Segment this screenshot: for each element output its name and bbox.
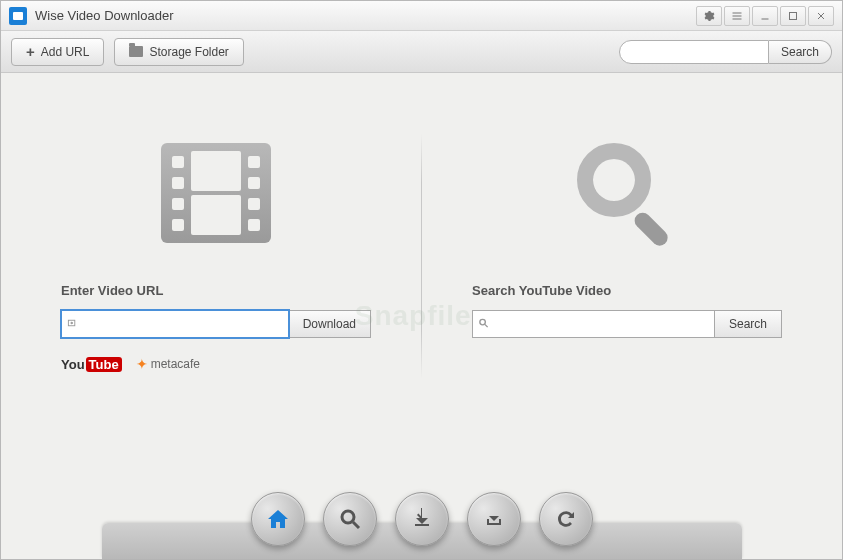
svg-line-12 — [485, 324, 488, 327]
url-panel-heading: Enter Video URL — [61, 283, 163, 298]
svg-rect-19 — [499, 519, 501, 525]
dock-search-button[interactable] — [323, 492, 377, 546]
app-icon — [9, 7, 27, 25]
video-icon — [67, 318, 78, 331]
providers: YouTube ✦ metacafe — [61, 356, 200, 372]
app-title: Wise Video Downloader — [35, 8, 696, 23]
magnifier-icon — [567, 133, 687, 253]
svg-marker-16 — [489, 516, 499, 521]
search-input-row: Search — [472, 310, 782, 338]
add-url-button[interactable]: + Add URL — [11, 38, 104, 66]
svg-rect-18 — [487, 519, 489, 525]
storage-folder-button[interactable]: Storage Folder — [114, 38, 243, 66]
dock — [102, 479, 742, 559]
search-icon — [478, 318, 489, 331]
add-url-label: Add URL — [41, 45, 90, 59]
svg-rect-3 — [762, 18, 769, 19]
panels: Enter Video URL Download YouTube — [11, 113, 832, 459]
svg-rect-1 — [733, 15, 742, 16]
window-controls — [696, 6, 834, 26]
minimize-button[interactable] — [752, 6, 778, 26]
search-panel-heading: Search YouTube Video — [472, 283, 611, 298]
download-button[interactable]: Download — [289, 310, 371, 338]
video-url-input[interactable] — [61, 310, 289, 338]
dock-download-button[interactable] — [395, 492, 449, 546]
dock-download-folder-button[interactable] — [467, 492, 521, 546]
url-panel: Enter Video URL Download YouTube — [11, 113, 421, 459]
toolbar-search-button[interactable]: Search — [769, 40, 832, 64]
app-window: Wise Video Downloader + Add URL — [0, 0, 843, 560]
search-panel: Search YouTube Video Search — [422, 113, 832, 459]
storage-folder-label: Storage Folder — [149, 45, 228, 59]
svg-line-14 — [353, 522, 359, 528]
svg-marker-10 — [71, 322, 73, 324]
toolbar: + Add URL Storage Folder Search — [1, 31, 842, 73]
plus-icon: + — [26, 43, 35, 60]
metacafe-logo: ✦ metacafe — [136, 356, 200, 372]
toolbar-search: Search — [619, 40, 832, 64]
metacafe-icon: ✦ — [136, 356, 148, 372]
youtube-search-input[interactable] — [472, 310, 715, 338]
search-button[interactable]: Search — [715, 310, 782, 338]
youtube-logo: YouTube — [61, 357, 122, 372]
toolbar-search-input[interactable] — [619, 40, 769, 64]
dock-refresh-button[interactable] — [539, 492, 593, 546]
settings-icon[interactable] — [696, 6, 722, 26]
svg-point-13 — [342, 511, 354, 523]
svg-point-11 — [480, 319, 486, 325]
svg-rect-4 — [790, 12, 797, 19]
menu-icon[interactable] — [724, 6, 750, 26]
maximize-button[interactable] — [780, 6, 806, 26]
main-area: Snapfiles Enter — [1, 73, 842, 559]
titlebar: Wise Video Downloader — [1, 1, 842, 31]
svg-rect-17 — [487, 523, 501, 525]
film-icon — [156, 133, 276, 253]
dock-home-button[interactable] — [251, 492, 305, 546]
svg-rect-0 — [733, 12, 742, 13]
folder-icon — [129, 46, 143, 57]
close-button[interactable] — [808, 6, 834, 26]
svg-rect-2 — [733, 18, 742, 19]
svg-marker-15 — [416, 518, 428, 524]
url-input-row: Download — [61, 310, 371, 338]
